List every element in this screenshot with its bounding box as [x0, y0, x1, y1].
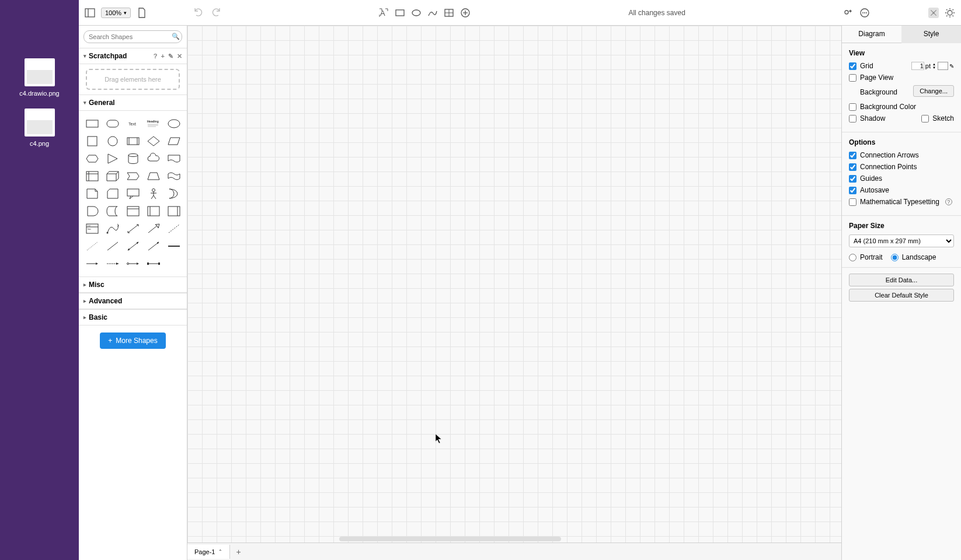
landscape-radio[interactable] [891, 254, 899, 261]
section-basic[interactable]: ▸ Basic [79, 309, 187, 326]
search-icon[interactable]: 🔍 [172, 33, 180, 40]
redo-icon[interactable] [210, 8, 221, 18]
grid-checkbox[interactable] [849, 62, 856, 70]
shape-internal-storage[interactable] [82, 168, 102, 184]
ellipse-tool-icon[interactable] [411, 8, 422, 18]
papersize-select[interactable]: A4 (210 mm x 297 mm) [849, 235, 954, 247]
shape-data-storage[interactable] [103, 203, 122, 219]
section-advanced[interactable]: ▸ Advanced [79, 293, 187, 309]
change-background-button[interactable]: Change... [913, 85, 954, 97]
add-icon[interactable]: + [161, 52, 165, 60]
table-tool-icon[interactable] [444, 8, 454, 18]
shape-document[interactable] [164, 150, 183, 167]
shape-link4[interactable] [123, 256, 142, 272]
sidebar-toggle-icon[interactable] [85, 8, 95, 18]
conn-arrows-checkbox[interactable] [849, 152, 856, 159]
grid-size-input[interactable] [911, 62, 924, 70]
shape-text[interactable]: Text [123, 116, 142, 132]
shape-link5[interactable] [144, 256, 163, 272]
document-icon[interactable] [137, 8, 147, 18]
shape-container[interactable] [123, 203, 142, 219]
shape-trapezoid[interactable] [144, 168, 163, 184]
shape-step[interactable] [123, 168, 142, 184]
shape-actor[interactable] [144, 186, 163, 202]
rectangle-tool-icon[interactable] [395, 8, 405, 18]
shape-dashed-line[interactable] [164, 220, 183, 237]
shape-parallelogram[interactable] [164, 133, 183, 149]
shape-arrow[interactable] [144, 220, 163, 237]
expand-icon[interactable]: ▸ [83, 298, 86, 304]
shape-tape[interactable] [164, 168, 183, 184]
more-shapes-button[interactable]: + More Shapes [100, 332, 165, 349]
tab-diagram[interactable]: Diagram [842, 26, 901, 43]
sketch-checkbox[interactable] [921, 115, 929, 123]
shape-hcontainer[interactable] [144, 203, 163, 219]
shape-dotted-line[interactable] [82, 238, 102, 254]
shape-link2[interactable] [82, 256, 102, 272]
bgcolor-checkbox[interactable] [849, 103, 856, 111]
shape-rounded-rect[interactable] [103, 116, 122, 132]
freehand-tool-icon[interactable] [427, 8, 438, 18]
text-tool-icon[interactable]: A [378, 8, 389, 18]
shape-link1[interactable] [164, 238, 183, 254]
shape-hexagon[interactable] [82, 150, 102, 167]
shadow-checkbox[interactable] [849, 115, 856, 123]
shape-bidir-arrow[interactable] [123, 220, 142, 237]
pageview-checkbox[interactable] [849, 74, 856, 82]
shape-circle[interactable] [103, 133, 122, 149]
collapse-icon[interactable]: ▾ [83, 100, 86, 106]
autosave-checkbox[interactable] [849, 187, 856, 194]
chevron-up-icon[interactable]: ⌃ [218, 549, 222, 554]
shape-link3[interactable] [103, 256, 122, 272]
shape-ellipse[interactable] [164, 116, 183, 132]
portrait-radio[interactable] [849, 254, 856, 261]
shape-triangle[interactable] [103, 150, 122, 167]
expand-icon[interactable]: ▸ [83, 314, 86, 320]
scratchpad-dropzone[interactable]: Drag elements here [86, 69, 180, 90]
help-icon[interactable]: ? [945, 198, 952, 205]
more-icon[interactable] [859, 8, 870, 18]
grid-color-swatch[interactable] [938, 62, 948, 70]
horizontal-scrollbar[interactable] [339, 537, 561, 541]
shape-callout[interactable] [123, 186, 142, 202]
edit-icon[interactable]: ✎ [168, 52, 173, 60]
collapse-icon[interactable]: ▾ [83, 53, 86, 59]
close-icon[interactable]: ✕ [177, 52, 182, 60]
conn-points-checkbox[interactable] [849, 163, 856, 171]
clear-style-button[interactable]: Clear Default Style [849, 289, 954, 302]
format-panel-toggle-icon[interactable] [928, 8, 939, 18]
shape-diamond[interactable] [144, 133, 163, 149]
pencil-icon[interactable]: ✎ [949, 63, 954, 69]
shape-cloud[interactable] [144, 150, 163, 167]
tab-style[interactable]: Style [901, 26, 961, 43]
shape-note[interactable] [82, 186, 102, 202]
guides-checkbox[interactable] [849, 175, 856, 183]
shape-cube[interactable] [103, 168, 122, 184]
shape-line[interactable] [103, 238, 122, 254]
undo-icon[interactable] [194, 8, 204, 18]
shape-heading[interactable]: Heading [144, 116, 163, 132]
file-thumbnail[interactable]: c4.drawio.png [19, 58, 60, 97]
edit-data-button[interactable]: Edit Data... [849, 274, 954, 286]
shape-and[interactable] [82, 203, 102, 219]
shape-hcontainer2[interactable] [164, 203, 183, 219]
search-input[interactable] [83, 30, 182, 43]
shape-card[interactable] [103, 186, 122, 202]
share-icon[interactable] [843, 8, 854, 18]
spinner-down-icon[interactable]: ▼ [932, 66, 936, 69]
math-checkbox[interactable] [849, 198, 856, 206]
shape-process[interactable] [123, 133, 142, 149]
section-scratchpad[interactable]: ▾ Scratchpad ? + ✎ ✕ [79, 48, 187, 64]
theme-icon[interactable] [945, 8, 955, 18]
file-thumbnail[interactable]: c4.png [25, 108, 55, 147]
expand-icon[interactable]: ▸ [83, 282, 86, 288]
shape-bidir-line[interactable] [123, 238, 142, 254]
help-icon[interactable]: ? [154, 52, 158, 60]
shape-curve[interactable] [103, 220, 122, 237]
shape-rectangle[interactable] [82, 116, 102, 132]
shape-or[interactable] [164, 186, 183, 202]
shape-square[interactable] [82, 133, 102, 149]
section-general[interactable]: ▾ General [79, 94, 187, 111]
shape-dir-line[interactable] [144, 238, 163, 254]
shape-list[interactable]: ListItem [82, 220, 102, 237]
